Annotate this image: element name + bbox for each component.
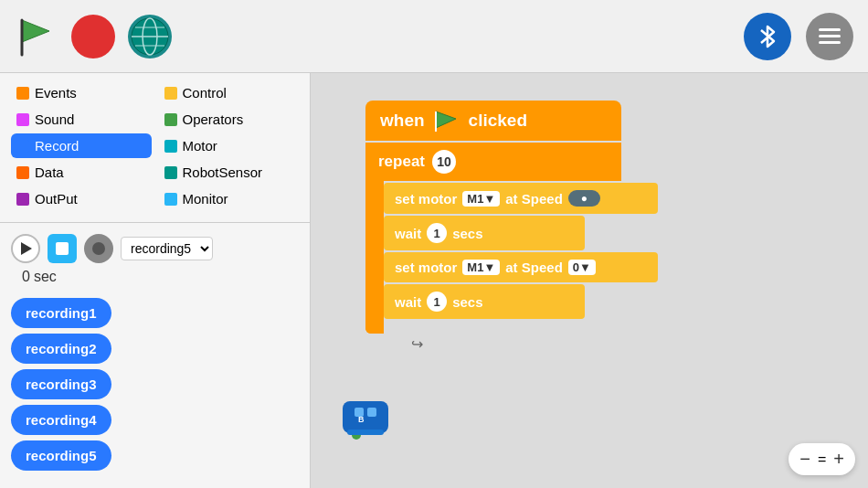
repeat-value: 10 [432, 150, 456, 174]
zoom-in-button[interactable]: + [833, 449, 844, 470]
control-dot [164, 87, 177, 100]
when-label: when [380, 111, 425, 131]
sidebar-item-control[interactable]: Control [159, 80, 300, 105]
stop-control-button[interactable] [48, 234, 77, 263]
menu-line-2 [819, 35, 841, 37]
svg-marker-8 [436, 111, 456, 128]
globe-button[interactable] [128, 15, 172, 58]
bot-icon: B [338, 397, 393, 442]
stop-icon [56, 242, 69, 255]
wait-1-unit: secs [452, 226, 482, 241]
repeat-left-bar [365, 177, 384, 334]
sidebar-item-events[interactable]: Events [11, 80, 152, 105]
robotsensor-label: RobotSensor [183, 164, 263, 180]
data-dot [16, 166, 29, 179]
zoom-out-button[interactable]: − [799, 449, 810, 470]
stop-button[interactable] [71, 15, 115, 58]
operators-label: Operators [183, 111, 244, 127]
robotsensor-dot [164, 166, 177, 179]
record-dot [16, 140, 29, 153]
sidebar-item-record[interactable]: Record [11, 133, 152, 158]
canvas-area[interactable]: when clicked repeat 10 [311, 73, 868, 488]
menu-line-1 [819, 28, 841, 31]
data-label: Data [35, 164, 64, 180]
list-item[interactable]: recording1 [11, 298, 111, 328]
speed-toggle-1[interactable]: ● [568, 190, 600, 207]
sidebar-item-operators[interactable]: Operators [159, 107, 300, 132]
sound-dot [16, 113, 29, 126]
svg-marker-2 [75, 18, 111, 55]
recorder-section: recording5 recording4 recording3 recordi… [0, 227, 310, 292]
sound-label: Sound [35, 111, 74, 127]
events-dot [16, 87, 29, 100]
list-item[interactable]: recording5 [11, 440, 111, 471]
recording-select[interactable]: recording5 recording4 recording3 recordi… [121, 237, 213, 260]
menu-button[interactable] [806, 13, 853, 60]
sidebar-item-sound[interactable]: Sound [11, 107, 152, 132]
repeat-block-wrapper: repeat 10 set motor M1▼ at Speed ● [365, 143, 658, 334]
end-arrow: ↪ [411, 335, 658, 353]
flag-button[interactable] [15, 15, 58, 58]
output-dot [16, 193, 29, 206]
set-motor-1-block[interactable]: set motor M1▼ at Speed ● [384, 183, 658, 214]
record-control-button[interactable] [84, 234, 113, 263]
recordings-list: recording1 recording2 recording3 recordi… [0, 292, 310, 476]
list-item[interactable]: recording4 [11, 405, 111, 435]
sidebar-item-robotsensor[interactable]: RobotSensor [159, 160, 300, 185]
wait-1-block[interactable]: wait 1 secs [384, 216, 585, 250]
repeat-block[interactable]: repeat 10 [365, 143, 621, 181]
motor-dot [164, 140, 177, 153]
set-motor-2-label: set motor [395, 260, 457, 275]
sidebar-item-monitor[interactable]: Monitor [159, 186, 300, 211]
svg-text:B: B [358, 415, 365, 424]
repeat-body: set motor M1▼ at Speed ● wait 1 secs set… [384, 183, 658, 319]
output-label: OutPut [35, 191, 78, 207]
speed-value-2[interactable]: 0▼ [568, 260, 596, 275]
zoom-equals: = [818, 451, 826, 468]
wait-2-label: wait [395, 294, 421, 310]
sidebar-item-output[interactable]: OutPut [11, 186, 152, 211]
timer-unit: sec [34, 269, 57, 285]
when-clicked-block[interactable]: when clicked [365, 101, 621, 141]
sidebar: Events Control Sound Operators Record Mo… [0, 73, 311, 488]
blocks-container: when clicked repeat 10 [365, 101, 658, 353]
wait-1-label: wait [395, 226, 421, 241]
record-label: Record [35, 138, 79, 154]
events-label: Events [35, 85, 77, 101]
wait-2-value: 1 [427, 292, 447, 312]
set-motor-1-label: set motor [395, 191, 457, 207]
zoom-controls: − = + [789, 443, 855, 475]
flag-icon [434, 110, 460, 132]
motor-label: Motor [183, 138, 217, 154]
record-icon [92, 242, 105, 255]
divider [0, 222, 310, 223]
set-motor-2-block[interactable]: set motor M1▼ at Speed 0▼ [384, 252, 658, 282]
top-bar [0, 0, 868, 73]
recorder-controls: recording5 recording4 recording3 recordi… [11, 234, 299, 263]
motor-id-2[interactable]: M1▼ [462, 260, 500, 275]
category-grid: Events Control Sound Operators Record Mo… [0, 73, 310, 218]
control-label: Control [183, 85, 227, 101]
main-content: Events Control Sound Operators Record Mo… [0, 73, 868, 488]
sidebar-item-data[interactable]: Data [11, 160, 152, 185]
wait-2-unit: secs [452, 294, 482, 310]
sidebar-item-motor[interactable]: Motor [159, 133, 300, 158]
monitor-label: Monitor [183, 191, 228, 207]
top-icons [15, 15, 172, 58]
list-item[interactable]: recording2 [11, 334, 111, 364]
repeat-label: repeat [378, 153, 425, 171]
play-button[interactable] [11, 234, 40, 263]
monitor-dot [164, 193, 177, 206]
motor-id-1[interactable]: M1▼ [462, 191, 500, 207]
list-item[interactable]: recording3 [11, 369, 111, 399]
wait-2-block[interactable]: wait 1 secs [384, 284, 585, 319]
svg-rect-12 [367, 408, 376, 417]
play-icon [21, 242, 32, 255]
timer-row: 0 sec [11, 269, 299, 285]
menu-line-3 [819, 41, 841, 44]
at-speed-2-label: at Speed [505, 260, 563, 275]
wait-1-value: 1 [427, 223, 447, 243]
clicked-label: clicked [469, 111, 527, 131]
bluetooth-button[interactable] [744, 13, 791, 60]
svg-marker-0 [22, 20, 49, 42]
